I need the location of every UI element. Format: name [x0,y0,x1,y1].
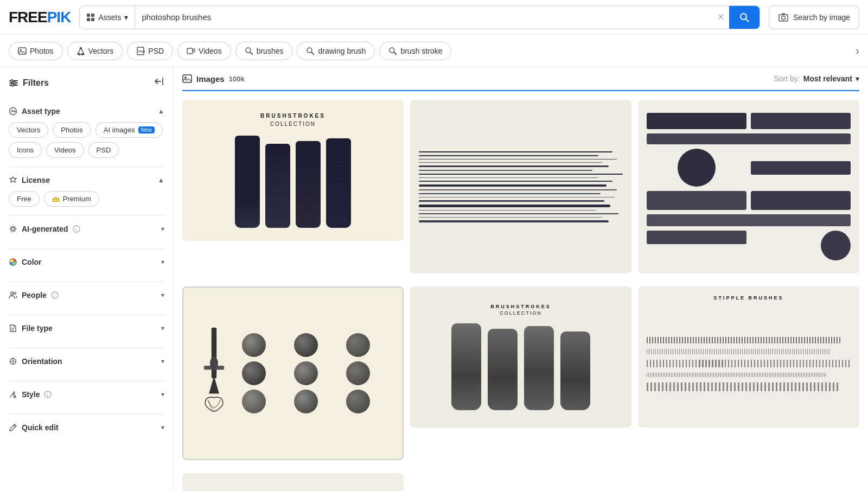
orientation-label: Orientation [22,357,62,366]
content-tab-images[interactable]: Images 100k [182,74,245,84]
chevron-down-icon: ▾ [124,13,128,22]
asset-type-selector[interactable]: Assets ▾ [80,6,135,29]
style-label: Style [22,390,40,399]
svg-point-35 [14,292,16,295]
image-card-3[interactable] [638,100,859,273]
logo-pik: PIK [47,9,71,25]
content-area: Images 100k Sort by: Most relevant ▾ BRU… [174,67,868,491]
tab-vectors[interactable]: Vectors [67,42,123,60]
search-input[interactable] [135,12,712,22]
image-card-7[interactable] [182,473,404,491]
people-header[interactable]: People i ▾ [9,291,164,299]
info-icon-ai: i [73,225,80,233]
logo[interactable]: FREEPIK [9,9,71,26]
filter-section-license: License ▲ Free Premium [9,167,164,216]
tab-brushes[interactable]: brushes [235,42,293,60]
vectors-icon [76,47,85,55]
drawing-brush-search-icon [306,47,315,55]
tab-vectors-label: Vectors [88,47,114,55]
tag-vectors[interactable]: Vectors [9,122,48,138]
color-chevron: ▾ [161,258,164,266]
image-card-5[interactable]: BRUSHSTROKES COLLECTION [410,286,631,428]
asset-type-header[interactable]: Asset type ▲ [9,107,164,116]
tab-videos[interactable]: Videos [177,42,231,60]
people-icon [9,291,17,299]
card5-title2: COLLECTION [500,310,542,316]
svg-line-44 [14,425,15,427]
tag-icons[interactable]: Icons [9,142,42,158]
style-title: Style i [9,390,52,399]
style-chevron: ▾ [161,391,164,398]
image-card-2[interactable] [410,100,631,273]
file-type-label: File type [22,324,53,333]
sidebar-title: Filters [9,78,49,88]
color-header[interactable]: Color ▾ [9,258,164,266]
svg-point-34 [11,292,14,295]
tab-photos[interactable]: Photos [9,42,63,60]
filter-tabs-bar: Photos Vectors PSD PSD Videos brushes [0,35,868,67]
tag-videos[interactable]: Videos [46,142,84,158]
svg-rect-47 [211,328,216,379]
image-grid: BRUSHSTROKES COLLECTION [182,100,859,491]
sort-selector[interactable]: Sort by: Most relevant ▾ [774,74,860,83]
style-header[interactable]: Style i ▾ [9,390,164,399]
quick-edit-header[interactable]: Quick edit ▾ [9,423,164,432]
quick-edit-title: Quick edit [9,423,59,432]
asset-type-icon [9,107,17,116]
svg-rect-8 [18,48,26,54]
clear-button[interactable]: × [712,11,729,23]
svg-point-50 [210,357,218,369]
camera-icon [778,12,789,23]
asset-type-tags: Vectors Photos AI images New Icons Video… [9,122,164,158]
svg-line-19 [311,52,314,55]
color-label: Color [22,258,42,266]
orientation-header[interactable]: Orientation ▾ [9,357,164,366]
svg-point-26 [14,82,16,84]
svg-point-46 [184,76,187,79]
tab-brush-stroke[interactable]: brush stroke [379,42,451,60]
tag-free[interactable]: Free [9,191,40,207]
orientation-title: Orientation [9,357,62,366]
svg-rect-1 [91,14,94,17]
images-tab-icon [182,74,192,84]
image-card-6[interactable]: STIPPLE BRUSHES [638,286,859,428]
tab-psd-label: PSD [148,47,164,55]
card5-title1: BRUSHSTROKES [490,304,551,309]
tag-photos[interactable]: Photos [53,122,91,138]
tag-ai-images[interactable]: AI images New [95,122,163,138]
collapse-icon [154,76,164,87]
tab-brush-stroke-label: brush stroke [400,47,442,55]
ai-generated-header[interactable]: AI-generated i ▾ [9,225,164,233]
asset-type-label: Asset type [22,107,60,116]
color-icon [9,258,17,266]
asset-type-chevron: ▲ [158,107,164,115]
svg-rect-2 [87,18,90,21]
search-by-image-label: Search by image [793,13,850,22]
svg-rect-12 [80,47,82,49]
search-by-image-button[interactable]: Search by image [769,5,859,29]
filter-section-people: People i ▾ [9,282,164,315]
sidebar-collapse-button[interactable] [154,76,164,90]
license-header[interactable]: License ▲ [9,176,164,184]
image-card-4[interactable] [182,286,404,460]
brushes-search-icon [245,47,253,55]
file-type-title: File type [9,324,53,333]
search-button[interactable] [729,6,760,29]
sidebar: Filters Asset type ▲ [0,67,174,491]
tabs-next-button[interactable]: › [856,44,859,57]
ai-generated-title: AI-generated i [9,225,80,233]
filter-section-asset-type: Asset type ▲ Vectors Photos AI images Ne… [9,98,164,167]
tab-psd[interactable]: PSD PSD [127,42,173,60]
file-type-header[interactable]: File type ▾ [9,324,164,333]
svg-rect-15 [187,48,193,54]
orientation-chevron: ▾ [161,358,164,365]
dagger-svg [194,322,234,425]
svg-rect-3 [91,18,94,21]
tag-premium[interactable]: Premium [44,191,99,207]
ai-generated-chevron: ▾ [161,225,164,233]
tab-drawing-brush[interactable]: drawing brush [297,42,375,60]
tag-psd[interactable]: PSD [88,142,119,158]
image-card-1[interactable]: BRUSHSTROKES COLLECTION [182,100,404,241]
svg-rect-0 [87,14,90,17]
card6-title: STIPPLE BRUSHES [647,295,851,301]
